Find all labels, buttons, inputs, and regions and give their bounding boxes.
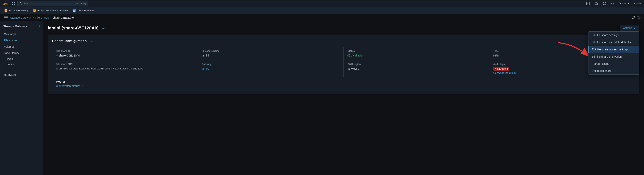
svg-rect-11 [5, 10, 7, 12]
breadcrumb-right-actions [632, 16, 641, 20]
copy-icon-fs-id[interactable]: ⧉ [56, 54, 58, 57]
sidebar-item-pools-label: Pools [7, 57, 14, 60]
actions-dropdown-btn[interactable]: Actions ▲ [620, 25, 639, 31]
svg-rect-15 [4, 16, 8, 16]
bookmark-storage-gateway[interactable]: Storage Gateway [2, 8, 30, 13]
config-cell-arn: File share ARN ⧉ arn:aws:storagegateway:… [52, 60, 198, 77]
svg-rect-0 [12, 2, 13, 3]
sidebar-item-tapes-label: Tapes [7, 62, 14, 66]
grid-menu-icon[interactable] [11, 1, 16, 6]
user-selector[interactable]: lamini ▾ [633, 2, 642, 5]
sidebar-divider [3, 69, 40, 69]
bookmark-cloudformation[interactable]: CloudFormation [71, 8, 97, 13]
sidebar-item-tape-library[interactable]: Tape Library [0, 50, 43, 56]
arn-label: File share ARN [56, 63, 194, 66]
sidebar-item-gateways[interactable]: Gateways [0, 31, 43, 37]
nav-right-actions: ? Oregon ▾ lamini ▾ [586, 1, 642, 6]
config-cell-gateway: Gateway james [198, 60, 344, 77]
file-share-name-value: lamini [202, 54, 340, 57]
arn-value: ⧉ arn:aws:storagegateway:us-west-2:25349… [56, 67, 194, 70]
page-title: lamini (share-C5E120A0) [48, 26, 98, 30]
page-header: lamini (share-C5E120A0) Info Actions ▲ [48, 25, 639, 31]
content-area: lamini (share-C5E120A0) Info Actions ▲ G… [43, 21, 644, 175]
dropdown-refresh-cache[interactable]: Refresh cache [588, 60, 639, 67]
breadcrumb-bar: Storage Gateway › File shares › share-C5… [0, 14, 644, 21]
sidebar-item-file-shares-label: File shares [4, 39, 17, 42]
help-icon[interactable]: ? [602, 1, 607, 6]
svg-point-10 [612, 3, 614, 4]
section-info-button[interactable]: Info [89, 39, 95, 43]
config-cell-aws-region: AWS region us-west-2 [344, 60, 490, 77]
config-cell-file-share-id: File share ID ⧉ share-C5E120A0 [52, 47, 198, 60]
sidebar-item-file-shares[interactable]: File shares [0, 37, 43, 44]
breadcrumb-root-link[interactable]: Storage Gateway [10, 16, 32, 19]
svg-point-4 [20, 2, 22, 4]
top-nav-bar: [Option+S] ? Oregon ▾ lamini ▾ [0, 0, 644, 7]
metrics-label: Metrics [56, 80, 631, 83]
gateway-label: Gateway [202, 63, 340, 66]
arn-text: arn:aws:storagegateway:us-west-2:2534907… [59, 67, 144, 70]
aws-logo[interactable] [2, 1, 10, 6]
sidebar-item-volumes[interactable]: Volumes [0, 44, 43, 50]
cloudwatch-metrics-link[interactable]: CloudWatch metrics ↗ [56, 84, 631, 88]
svg-rect-16 [4, 18, 8, 18]
dropdown-edit-metadata[interactable]: Edit file share metadata defaults [588, 39, 639, 46]
dropdown-edit-access[interactable]: Edit file share access settings [588, 46, 639, 53]
svg-line-5 [21, 4, 22, 5]
breadcrumb-parent-link[interactable]: File shares [35, 16, 49, 19]
dropdown-delete-share[interactable]: Delete file share [588, 67, 639, 74]
sidebar: Storage Gateway ‹ Gateways File shares V… [0, 21, 43, 175]
sidebar-item-tapes[interactable]: Tapes [0, 62, 43, 67]
hamburger-menu-btn[interactable] [3, 15, 9, 20]
svg-marker-14 [73, 10, 75, 12]
status-value: Available [348, 54, 485, 57]
page-info-button[interactable]: Info [100, 26, 107, 30]
terminal-icon[interactable] [586, 1, 590, 6]
general-config-section: General configuration Info File share ID… [48, 35, 639, 94]
actions-btn-label: Actions [623, 26, 632, 30]
aws-region-value: us-west-2 [348, 67, 485, 70]
svg-point-13 [34, 10, 35, 12]
bookmarks-bar: Storage Gateway Elastic Kubernetes Servi… [0, 7, 644, 14]
eks-bookmark-icon [33, 9, 36, 12]
cloudwatch-metrics-label: CloudWatch metrics [56, 84, 80, 88]
search-input[interactable] [23, 2, 66, 5]
copy-icon-arn[interactable]: ⧉ [56, 67, 58, 70]
sidebar-collapse-btn[interactable]: ‹ [39, 24, 40, 28]
gateway-value[interactable]: james [202, 67, 340, 70]
file-share-id-label: File share ID [56, 50, 194, 52]
refresh-icon[interactable] [637, 16, 641, 20]
region-selector[interactable]: Oregon ▾ [619, 2, 629, 5]
svg-rect-2 [12, 4, 13, 5]
search-bar[interactable]: [Option+S] [17, 1, 88, 6]
svg-rect-3 [14, 4, 15, 5]
bookmark-eks[interactable]: Elastic Kubernetes Service [31, 8, 70, 13]
metrics-row: Metrics CloudWatch metrics ↗ [52, 77, 635, 90]
svg-rect-1 [14, 2, 15, 3]
actions-btn-arrow: ▲ [633, 26, 636, 30]
sidebar-item-pools[interactable]: Pools [0, 56, 43, 62]
bell-icon[interactable] [594, 1, 599, 6]
dropdown-edit-encryption[interactable]: Edit file share encryption [588, 53, 639, 60]
svg-point-20 [633, 16, 634, 17]
sidebar-item-tape-library-label: Tape Library [4, 52, 19, 54]
bookmark-cf-label: CloudFormation [77, 9, 95, 12]
info-circle-icon[interactable] [632, 16, 635, 20]
sidebar-item-hardware-label: Hardware [4, 73, 16, 76]
sidebar-title-text: Storage Gateway [3, 24, 27, 28]
breadcrumb: Storage Gateway › File shares › share-C5… [10, 16, 74, 19]
storage-gateway-bookmark-icon [4, 9, 8, 12]
search-shortcut: [Option+S] [76, 2, 86, 5]
sidebar-item-volumes-label: Volumes [4, 45, 14, 48]
svg-point-21 [348, 54, 350, 57]
breadcrumb-current: share-C5E120A0 [53, 16, 74, 19]
settings-icon[interactable] [610, 1, 615, 6]
main-layout: Storage Gateway ‹ Gateways File shares V… [0, 21, 644, 175]
file-share-name-label: File share name [202, 50, 340, 52]
svg-text:?: ? [604, 2, 605, 5]
dropdown-edit-settings[interactable]: Edit file share settings [588, 32, 639, 39]
status-text: Available [352, 54, 362, 57]
external-link-icon: ↗ [82, 85, 84, 87]
sidebar-item-hardware[interactable]: Hardware [0, 72, 43, 78]
aws-region-label: AWS region [348, 63, 485, 66]
